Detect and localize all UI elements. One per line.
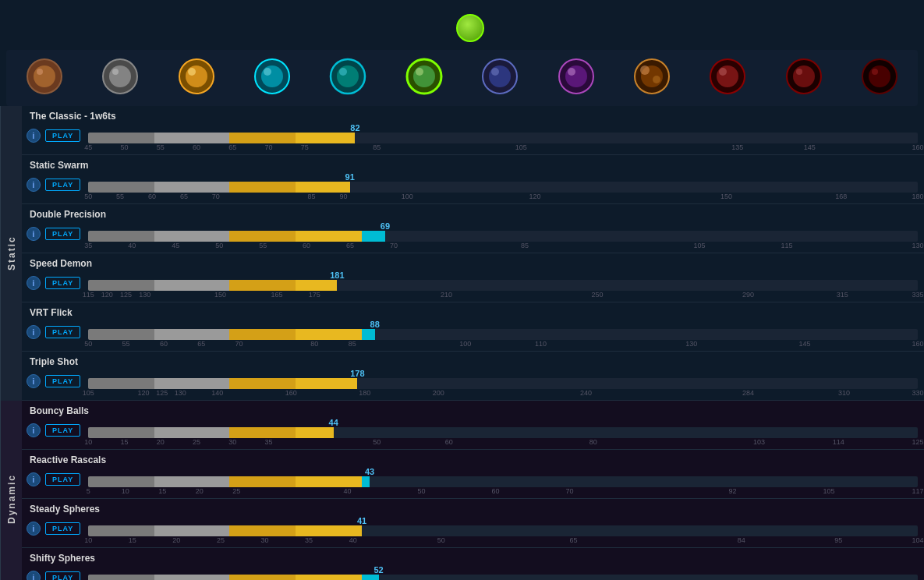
progress-bar xyxy=(88,575,918,580)
play-button[interactable]: PLAY xyxy=(45,571,80,580)
tick-label: 5 xyxy=(87,487,90,495)
rank-beginner[interactable] xyxy=(26,58,63,100)
tick-label: 20 xyxy=(196,487,204,495)
tick-label: 75 xyxy=(301,143,309,151)
tick-label: 50 xyxy=(418,487,426,495)
tick-label: 50 xyxy=(120,143,128,151)
main-content: Static The Classic - 1w6ts i PLAY 82 xyxy=(0,106,924,580)
bar-improver xyxy=(154,329,229,340)
bar-advanced xyxy=(362,329,374,340)
tick-label: 60 xyxy=(303,242,310,249)
exercise-name: VRT Flick xyxy=(30,307,73,318)
tick-label: 65 xyxy=(197,340,205,348)
rank-godlike1[interactable] xyxy=(709,58,746,100)
exercise-name-row: Static Swarm xyxy=(27,160,918,171)
exercise-controls: i PLAY 91 xyxy=(27,172,918,197)
tick-label: 135 xyxy=(731,143,743,151)
info-button[interactable]: i xyxy=(27,178,41,192)
tick-label: 85 xyxy=(308,193,316,200)
score-value: 82 xyxy=(350,123,359,133)
rank-worldclass[interactable] xyxy=(633,58,671,100)
info-button[interactable]: i xyxy=(27,522,41,536)
tick-label: 145 xyxy=(804,143,816,151)
tick-label: 160 xyxy=(285,389,297,397)
play-button[interactable]: PLAY xyxy=(45,522,80,535)
tick-label: 65 xyxy=(228,143,236,151)
exercise-name-row: Triple Shot xyxy=(27,356,918,367)
page-header xyxy=(0,0,924,50)
bar-competent2 xyxy=(296,231,362,242)
exercise-controls: i PLAY 41 xyxy=(27,516,918,541)
exercise-controls: i PLAY 88 xyxy=(27,320,918,345)
play-button[interactable]: PLAY xyxy=(45,424,80,437)
bar-beginner xyxy=(88,182,154,193)
bar-beginner xyxy=(88,427,154,438)
rank-adept[interactable] xyxy=(405,58,443,100)
bar-improver xyxy=(154,378,229,389)
info-button[interactable]: i xyxy=(27,276,41,290)
rank-godlike3[interactable] xyxy=(861,58,898,100)
rank-expert[interactable] xyxy=(481,58,519,100)
progress-bar xyxy=(88,329,918,340)
rank-competent[interactable] xyxy=(178,58,215,100)
tick-label: 160 xyxy=(912,143,923,151)
tick-label: 104 xyxy=(912,536,923,544)
rank-godlike2[interactable] xyxy=(785,58,823,100)
tick-label: 114 xyxy=(833,438,844,446)
tick-label: 84 xyxy=(738,536,745,544)
play-button[interactable]: PLAY xyxy=(45,129,80,142)
exercise-row: Shifty Spheres i PLAY 52 xyxy=(22,548,924,580)
tick-label: 50 xyxy=(84,193,92,200)
svg-point-35 xyxy=(869,65,890,87)
score-value: 88 xyxy=(370,320,380,329)
tick-label: 130 xyxy=(912,242,923,249)
tick-label: 35 xyxy=(305,536,313,544)
bar-competent2 xyxy=(296,378,357,389)
tick-label: 10 xyxy=(84,536,92,544)
exercise-controls: i PLAY 52 xyxy=(27,565,918,580)
bar-beginner xyxy=(88,133,154,143)
info-button[interactable]: i xyxy=(27,423,41,437)
rank-talented[interactable] xyxy=(329,58,366,100)
tick-label: 60 xyxy=(445,438,453,446)
tick-label: 30 xyxy=(261,536,269,544)
play-button[interactable]: PLAY xyxy=(45,326,80,338)
tick-label: 250 xyxy=(591,291,603,299)
tick-label: 55 xyxy=(259,242,267,249)
tick-label: 290 xyxy=(742,291,754,299)
tick-label: 210 xyxy=(441,291,452,299)
exercise-name: The Classic - 1w6ts xyxy=(30,111,116,122)
info-button[interactable]: i xyxy=(27,129,41,143)
tick-label: 120 xyxy=(529,193,540,200)
tick-labels: 105120125130140160180200240284310330 xyxy=(88,389,918,400)
svg-point-23 xyxy=(568,68,575,76)
tick-label: 55 xyxy=(116,193,124,200)
exercise-controls: i PLAY 181 xyxy=(27,271,918,295)
exercise-name-row: The Classic - 1w6ts xyxy=(27,111,918,122)
info-button[interactable]: i xyxy=(27,374,41,388)
adept-icon-rank xyxy=(405,58,443,95)
rank-improver[interactable] xyxy=(101,58,139,100)
tick-label: 110 xyxy=(535,340,547,348)
info-button[interactable]: i xyxy=(27,472,41,486)
play-button[interactable]: PLAY xyxy=(45,228,80,240)
rank-advanced[interactable] xyxy=(253,58,291,100)
svg-point-19 xyxy=(489,65,511,87)
bar-competent2 xyxy=(296,329,362,340)
rank-elite[interactable] xyxy=(558,58,595,100)
tick-label: 105 xyxy=(515,143,527,151)
play-button[interactable]: PLAY xyxy=(45,277,80,289)
play-button[interactable]: PLAY xyxy=(45,375,80,387)
play-button[interactable]: PLAY xyxy=(45,473,80,486)
play-button[interactable]: PLAY xyxy=(45,179,80,191)
tick-label: 115 xyxy=(83,291,94,299)
info-button[interactable]: i xyxy=(27,571,41,580)
info-button[interactable]: i xyxy=(27,325,41,339)
tick-label: 200 xyxy=(433,389,444,397)
info-button[interactable]: i xyxy=(27,227,41,241)
tick-label: 335 xyxy=(912,291,923,299)
exercise-name: Triple Shot xyxy=(30,356,78,367)
tick-label: 105 xyxy=(83,389,94,397)
score-value: 44 xyxy=(329,418,338,427)
tick-label: 60 xyxy=(148,193,156,200)
